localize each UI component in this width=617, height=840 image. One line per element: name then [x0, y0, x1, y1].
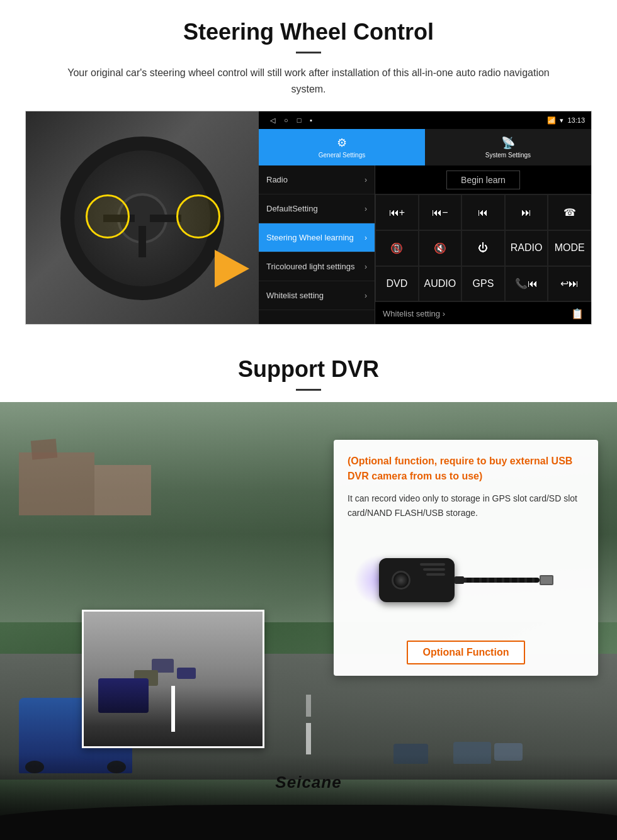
phone-icon: ☎	[563, 206, 576, 218]
dashboard-area	[0, 773, 617, 840]
building-2	[94, 465, 151, 515]
steering-wheel-graphic	[60, 137, 224, 300]
android-ui-panel: ◁ ○ □ ▪ 📶 ▾ 13:13 ⚙ General Settings	[259, 111, 591, 325]
settings-tabs: ⚙ General Settings 📡 System Settings	[259, 129, 591, 165]
btn-mode[interactable]: MODE	[548, 230, 591, 266]
next-icon: ⏭	[521, 207, 531, 218]
btn-hangup[interactable]: 📵	[375, 230, 419, 266]
btn-phone[interactable]: ☎	[548, 194, 591, 230]
menu-item-radio[interactable]: Radio ›	[259, 165, 375, 194]
menu-tricoloured-label: Tricoloured light settings	[266, 262, 354, 271]
building-1	[19, 452, 94, 515]
audio-label: AUDIO	[424, 278, 456, 289]
right-button-cluster-highlight	[176, 194, 220, 238]
inset-line-3	[171, 719, 175, 732]
dvr-info-box: (Optional function, require to buy exter…	[334, 440, 598, 676]
steering-demo-area: ◁ ○ □ ▪ 📶 ▾ 13:13 ⚙ General Settings	[25, 111, 592, 325]
cable-connector	[455, 576, 464, 584]
btn-dvd[interactable]: DVD	[375, 266, 419, 302]
dvr-camera-image	[348, 530, 584, 630]
menu-whitelist-label: Whitelist setting	[266, 291, 324, 300]
tab-general-settings[interactable]: ⚙ General Settings	[259, 129, 425, 165]
btn-prev[interactable]: ⏮	[461, 194, 505, 230]
optional-btn-container: Optional Function	[348, 641, 584, 664]
inset-suv	[98, 678, 149, 713]
control-button-grid: ⏮+ ⏮− ⏮ ⏭ ☎ 📵 🔇 ⏻ RADIO MODE DVD AUDIO	[375, 194, 591, 301]
tab-system-settings[interactable]: 📡 System Settings	[425, 129, 591, 165]
menu-item-tricoloured[interactable]: Tricoloured light settings ›	[259, 252, 375, 281]
menu-item-defaultsetting[interactable]: DefaultSetting ›	[259, 194, 375, 223]
dvr-info-title: (Optional function, require to buy exter…	[348, 454, 584, 484]
road-line-center	[306, 723, 311, 754]
tel-next-icon: ↩⏭	[560, 277, 579, 289]
dvr-section: Support DVR	[0, 337, 617, 840]
dvr-inset-image	[82, 610, 264, 748]
usb-connector	[540, 575, 553, 585]
whitelist-row-label: Whitelist setting ›	[383, 309, 445, 318]
menu-radio-label: Radio	[266, 175, 288, 184]
btn-vol-up[interactable]: ⏮+	[375, 194, 419, 230]
statusbar-right: 📶 ▾ 13:13	[547, 116, 585, 125]
whitelist-row: Whitelist setting › 📋	[375, 301, 591, 325]
nav-home-icon[interactable]: ○	[284, 116, 288, 125]
signal-icon: 📶	[547, 116, 556, 125]
camera-cable	[451, 578, 540, 583]
title-divider	[296, 52, 321, 53]
system-settings-icon: 📡	[501, 136, 515, 150]
tab-general-label: General Settings	[319, 152, 366, 159]
vent-2	[423, 568, 445, 571]
chevron-icon-5: ›	[365, 291, 367, 300]
begin-learn-button[interactable]: Begin learn	[446, 171, 520, 189]
wheel-outer-ring	[60, 137, 224, 300]
roof-1	[31, 439, 57, 460]
chevron-icon-4: ›	[365, 262, 367, 271]
dvr-title-divider	[296, 389, 321, 391]
vol-down-icon: ⏮−	[432, 207, 448, 218]
chevron-icon-3: ›	[365, 233, 367, 242]
chevron-icon-2: ›	[365, 204, 367, 213]
nav-back-icon[interactable]: ◁	[270, 116, 275, 125]
dvr-title: Support DVR	[25, 356, 592, 383]
btn-power[interactable]: ⏻	[461, 230, 505, 266]
btn-mute[interactable]: 🔇	[419, 230, 462, 266]
general-settings-icon: ⚙	[337, 136, 347, 150]
prev-icon: ⏮	[478, 207, 488, 218]
begin-learn-row: Begin learn	[375, 165, 591, 194]
settings-menu-list: Radio › DefaultSetting › Steering Wheel …	[259, 165, 375, 325]
gps-label: GPS	[473, 278, 494, 289]
android-statusbar: ◁ ○ □ ▪ 📶 ▾ 13:13	[259, 111, 591, 129]
power-icon: ⏻	[478, 242, 488, 254]
camera-lens	[392, 571, 410, 590]
arrow-shape	[215, 250, 249, 288]
spoke-bottom	[139, 226, 146, 257]
menu-item-whitelist[interactable]: Whitelist setting ›	[259, 281, 375, 310]
mode-label: MODE	[555, 242, 585, 254]
optional-function-button[interactable]: Optional Function	[407, 641, 526, 664]
btn-gps[interactable]: GPS	[461, 266, 505, 302]
dvr-background: (Optional function, require to buy exter…	[0, 402, 617, 840]
clock: 13:13	[567, 116, 585, 124]
btn-vol-down[interactable]: ⏮−	[419, 194, 462, 230]
hangup-icon: 📵	[390, 242, 403, 254]
page-title: Steering Wheel Control	[25, 19, 592, 45]
section-subtitle: Your original car's steering wheel contr…	[50, 65, 567, 97]
button-panel: Begin learn ⏮+ ⏮− ⏮ ⏭ ☎ 📵 🔇 ⏻	[375, 165, 591, 325]
camera-body	[379, 558, 455, 602]
dashboard-shape	[0, 805, 617, 840]
chevron-icon: ›	[365, 176, 367, 184]
btn-radio[interactable]: RADIO	[505, 230, 548, 266]
menu-steering-label: Steering Wheel learning	[266, 233, 354, 242]
vent-1	[420, 563, 445, 566]
menu-item-steering-wheel[interactable]: Steering Wheel learning ›	[259, 223, 375, 252]
road-line-far	[306, 695, 311, 717]
camera-assembly	[379, 558, 553, 602]
steering-wheel-photo	[26, 111, 259, 325]
btn-next[interactable]: ⏭	[505, 194, 548, 230]
menu-default-label: DefaultSetting	[266, 204, 318, 213]
btn-tel-prev[interactable]: 📞⏮	[505, 266, 548, 302]
btn-tel-next[interactable]: ↩⏭	[548, 266, 591, 302]
vol-up-icon: ⏮+	[389, 207, 405, 218]
nav-menu-icon[interactable]: ▪	[310, 116, 312, 125]
nav-recents-icon[interactable]: □	[297, 116, 302, 125]
btn-audio[interactable]: AUDIO	[419, 266, 462, 302]
